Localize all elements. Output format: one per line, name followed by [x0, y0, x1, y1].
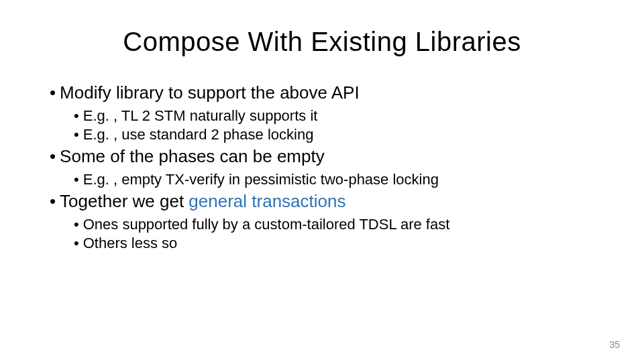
bullet-level2: •Others less so	[71, 235, 597, 252]
bullet-text: E.g. , use standard 2 phase locking	[83, 126, 314, 143]
bullet-text: Ones supported fully by a custom-tailore…	[83, 216, 450, 233]
bullet-marker: •	[74, 126, 79, 143]
bullet-level2: •E.g. , use standard 2 phase locking	[71, 126, 597, 143]
bullet-marker: •	[74, 216, 79, 233]
bullet-text: Modify library to support the above API	[60, 82, 360, 103]
bullet-text: Some of the phases can be empty	[60, 146, 325, 166]
bullet-text: Others less so	[83, 235, 178, 251]
bullet-level2: •E.g. , TL 2 STM naturally supports it	[71, 107, 597, 125]
bullet-marker: •	[50, 191, 56, 212]
bullet-text: Together we get	[60, 191, 189, 211]
highlight-text: general transactions	[189, 191, 345, 211]
bullet-marker: •	[74, 235, 79, 252]
slide-body: •Modify library to support the above API…	[47, 82, 597, 252]
bullet-level2: •E.g. , empty TX-verify in pessimistic t…	[71, 171, 597, 188]
bullet-marker: •	[74, 107, 79, 125]
bullet-level1: •Some of the phases can be empty	[47, 146, 597, 167]
slide-container: Compose With Existing Libraries •Modify …	[0, 0, 644, 267]
bullet-level1: •Modify library to support the above API	[47, 82, 597, 103]
bullet-level2: •Ones supported fully by a custom-tailor…	[71, 216, 597, 233]
bullet-marker: •	[50, 82, 56, 103]
bullet-marker: •	[74, 171, 79, 188]
bullet-text: E.g. , empty TX-verify in pessimistic tw…	[83, 171, 439, 188]
bullet-text: E.g. , TL 2 STM naturally supports it	[83, 107, 318, 124]
bullet-level1: •Together we get general transactions	[47, 191, 597, 212]
slide-title: Compose With Existing Libraries	[47, 27, 597, 57]
bullet-marker: •	[50, 146, 56, 167]
page-number: 35	[609, 339, 620, 350]
